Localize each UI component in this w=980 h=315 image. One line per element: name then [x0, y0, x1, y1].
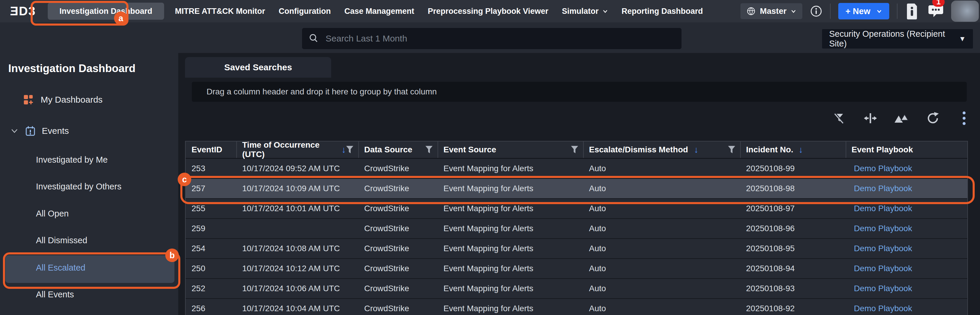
column-label: Incident No. [746, 145, 793, 154]
cell-event-id: 254 [186, 239, 237, 258]
sort-desc-icon[interactable]: ↓ [694, 145, 698, 155]
column-header-eventid[interactable]: EventID [186, 141, 237, 158]
d3-logo[interactable]: ƎD3 [10, 4, 36, 18]
table-row[interactable]: 255 10/17/2024 10:01 AM UTC CrowdStrike … [186, 199, 967, 219]
nav-tab-reporting-dashboard[interactable]: Reporting Dashboard [615, 7, 710, 16]
master-label: Master [760, 6, 786, 16]
nav-right-cluster: Master + New 1 [740, 0, 980, 22]
cell-data-source: CrowdStrike [359, 299, 438, 315]
sidebar-item-all-escalated-highlight[interactable] [5, 255, 175, 283]
sort-desc-icon[interactable]: ↓ [799, 145, 803, 155]
cell-event-id: 255 [186, 199, 237, 218]
column-label: Data Source [364, 145, 412, 154]
caret-down-icon: ▼ [959, 35, 966, 43]
playbook-link[interactable]: Demo Playbook [846, 259, 967, 278]
release-notes-document-icon[interactable] [906, 3, 918, 19]
refresh-icon[interactable] [926, 111, 940, 125]
sidebar-item-all-dismissed[interactable]: All Dismissed [36, 236, 87, 245]
nav-tab-case-management[interactable]: Case Management [338, 7, 421, 16]
nav-tab-preprocessing-playbook-viewer[interactable]: Preprocessing Playbook Viewer [421, 7, 555, 16]
cell-event-id: 257 [186, 179, 237, 198]
playbook-link[interactable]: Demo Playbook [846, 219, 967, 238]
filter-funnel-icon[interactable] [346, 146, 353, 154]
column-header-time-of-occurrence[interactable]: Time of Occurrence (UTC) ↓ [237, 141, 359, 158]
table-row[interactable]: 250 10/17/2024 10:12 AM UTC CrowdStrike … [186, 259, 967, 279]
events-calendar-icon [25, 125, 36, 136]
filter-funnel-icon[interactable] [425, 146, 433, 154]
playbook-link[interactable]: Demo Playbook [846, 239, 967, 258]
cell-time: 10/17/2024 10:08 AM UTC [237, 239, 359, 258]
search-input[interactable] [325, 33, 665, 44]
site-selector-dropdown[interactable]: Security Operations (Recipient Site) ▼ [822, 29, 973, 49]
dashboards-grid-icon [23, 94, 34, 105]
playbook-link[interactable]: Demo Playbook [846, 279, 967, 298]
sidebar-title: Investigation Dashboard [8, 62, 135, 75]
column-label: Escalate/Dismiss Method [589, 145, 688, 154]
cell-data-source: CrowdStrike [359, 239, 438, 258]
playbook-link[interactable]: Demo Playbook [846, 179, 967, 198]
avatar[interactable] [951, 1, 979, 22]
sidebar-item-all-events[interactable]: All Events [36, 290, 74, 299]
info-icon[interactable] [810, 5, 822, 17]
group-by-drop-zone[interactable]: Drag a column header and drop it here to… [192, 82, 967, 102]
cell-data-source: CrowdStrike [359, 219, 438, 238]
filter-funnel-icon[interactable] [571, 146, 578, 154]
nav-tab-investigation-dashboard[interactable]: Investigation Dashboard [48, 3, 164, 20]
column-header-event-source[interactable]: Event Source [438, 141, 584, 158]
notifications-button[interactable]: 1 [928, 3, 943, 19]
annotation-b-badge: b [165, 249, 179, 262]
column-header-incident-no[interactable]: Incident No. ↓ [741, 141, 846, 158]
sidebar-item-my-dashboards[interactable]: My Dashboards [23, 94, 103, 105]
nav-tab-simulator[interactable]: Simulator [555, 7, 615, 16]
table-row[interactable]: 252 10/17/2024 10:06 AM UTC CrowdStrike … [186, 279, 967, 299]
sidebar-item-all-open[interactable]: All Open [36, 209, 68, 218]
divider [830, 3, 830, 19]
kebab-menu-icon[interactable] [957, 111, 971, 125]
master-site-selector[interactable]: Master [740, 3, 802, 19]
cell-method: Auto [584, 239, 741, 258]
cell-method: Auto [584, 199, 741, 218]
cell-event-id: 253 [186, 159, 237, 178]
sidebar-item-all-escalated[interactable]: All Escalated [36, 263, 86, 273]
annotation-c-badge: c [178, 173, 191, 186]
playbook-link[interactable]: Demo Playbook [846, 199, 967, 218]
column-header-data-source[interactable]: Data Source [359, 141, 438, 158]
cell-time: 10/17/2024 10:01 AM UTC [237, 199, 359, 218]
chevron-down-icon [10, 127, 19, 135]
new-button[interactable]: + New [838, 3, 889, 19]
tab-saved-searches[interactable]: Saved Searches [185, 57, 331, 78]
cell-method: Auto [584, 219, 741, 238]
table-row[interactable]: 253 10/17/2024 09:52 AM UTC CrowdStrike … [186, 159, 967, 179]
table-row[interactable]: 256 10/17/2024 10:04 AM UTC CrowdStrike … [186, 299, 967, 315]
playbook-link[interactable]: Demo Playbook [846, 159, 967, 178]
cell-method: Auto [584, 179, 741, 198]
nav-tab-mitre-attck-monitor[interactable]: MITRE ATT&CK Monitor [168, 7, 272, 16]
search-icon [309, 33, 319, 44]
cell-time [237, 219, 359, 238]
sidebar-group-events[interactable]: Events [10, 125, 69, 136]
table-row-highlighted[interactable]: 257 10/17/2024 10:09 AM UTC CrowdStrike … [186, 179, 967, 199]
global-search[interactable] [302, 28, 681, 49]
cell-method: Auto [584, 279, 741, 298]
site-selector-value: Security Operations (Recipient Site) [829, 29, 959, 49]
cell-incident-no: 20250108-93 [741, 279, 846, 298]
clear-filter-icon[interactable] [832, 111, 846, 125]
sidebar-item-investigated-by-me[interactable]: Investigated by Me [36, 155, 108, 165]
grid-toolbar [832, 111, 971, 125]
cell-incident-no: 20250108-92 [741, 299, 846, 315]
table-row[interactable]: 254 10/17/2024 10:08 AM UTC CrowdStrike … [186, 239, 967, 259]
sort-desc-icon[interactable]: ↓ [342, 145, 346, 155]
column-label: Event Source [444, 145, 496, 154]
chart-triangles-icon[interactable] [894, 111, 909, 125]
nav-tab-configuration[interactable]: Configuration [272, 7, 338, 16]
column-header-escalate-dismiss-method[interactable]: Escalate/Dismiss Method ↓ [584, 141, 741, 158]
globe-icon [746, 6, 756, 16]
filter-funnel-icon[interactable] [728, 146, 735, 154]
playbook-link[interactable]: Demo Playbook [846, 299, 967, 315]
table-row[interactable]: 259 CrowdStrike Event Mapping for Alerts… [186, 219, 967, 239]
sidebar-item-investigated-by-others[interactable]: Investigated by Others [36, 182, 121, 192]
cell-data-source: CrowdStrike [359, 199, 438, 218]
column-resize-icon[interactable] [863, 111, 877, 125]
column-header-event-playbook[interactable]: Event Playbook [846, 141, 967, 158]
cell-data-source: CrowdStrike [359, 159, 438, 178]
